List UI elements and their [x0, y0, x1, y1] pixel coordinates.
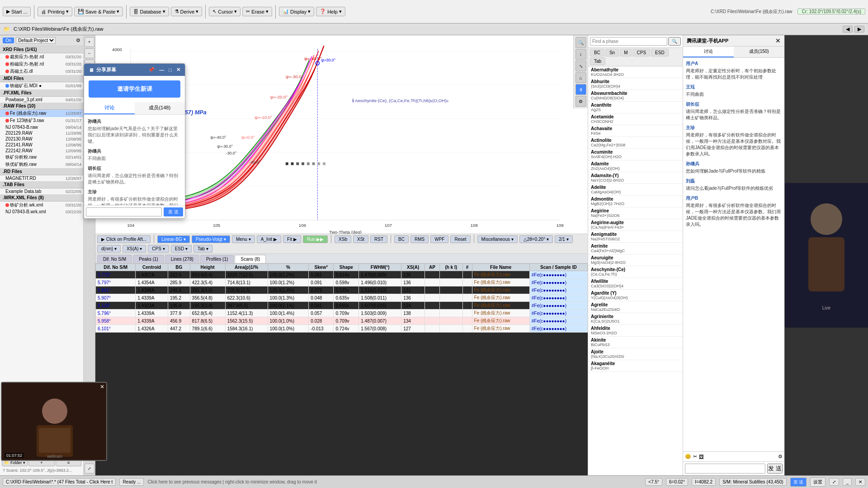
help-button[interactable]: ❓ Help ▾: [316, 7, 345, 16]
data-table-container[interactable]: Dif. No S/M Centroid BG Height Area(p)1/…: [95, 263, 588, 475]
mineral-item[interactable]: Adamsite-(Y) NaY(CO3)2·6H2O: [588, 172, 683, 184]
popup-pin-btn[interactable]: 📌: [148, 67, 155, 73]
chart-arrow-btn[interactable]: ↕: [576, 49, 586, 60]
zoom-in-btn[interactable]: +: [85, 37, 94, 47]
col-header-height[interactable]: Height: [190, 264, 225, 271]
status-send-btn[interactable]: 发 送: [790, 478, 807, 487]
status-expand-btn[interactable]: ⤢: [829, 478, 839, 486]
xst-btn[interactable]: XSt: [353, 235, 368, 243]
chart-settings-btn[interactable]: ⚙: [576, 96, 586, 107]
file-group-mdi[interactable]: .MDI Files: [0, 75, 83, 82]
mineral-item[interactable]: Ajoite (Na,K)3Cu20Al3Si: [588, 348, 683, 360]
tab-m[interactable]: M: [620, 49, 632, 56]
col-header-ap[interactable]: AP: [425, 264, 440, 271]
file-item[interactable]: 铁磁矿石.MDI ●01/01/99: [0, 82, 83, 89]
ratio-btn[interactable]: 2/1 ▾: [555, 235, 573, 243]
col-header-scan-sample[interactable]: Scan / Sample ID: [529, 264, 587, 271]
col-header-bg[interactable]: BG: [168, 264, 190, 271]
tab-scans[interactable]: Scans (8): [235, 255, 266, 263]
col-header-pct[interactable]: %: [268, 264, 309, 271]
file-item[interactable]: Z22141.RAW12/08/95: [0, 142, 83, 148]
popup-tab-discuss[interactable]: 讨论: [84, 102, 135, 114]
col-header-filename[interactable]: File Name: [472, 264, 529, 271]
chart-zoom-btn[interactable]: 🔍: [576, 37, 586, 48]
xsb-btn[interactable]: XSb: [335, 235, 351, 243]
chat-send-btn[interactable]: 发 送: [767, 464, 783, 474]
file-item[interactable]: Fe 123铁矿3.raw01/31/17: [0, 117, 83, 124]
col-header-dif[interactable]: Dif. No S/M: [96, 264, 136, 271]
cursor-button[interactable]: ↖ Cursor ▾: [209, 7, 241, 16]
rst-btn[interactable]: RST: [370, 235, 387, 243]
find-phase-btn[interactable]: 🔍: [668, 37, 681, 46]
col-header-fwhm[interactable]: FWHM(°): [359, 264, 401, 271]
file-item[interactable]: 高磁土石.dl03/31/20: [0, 68, 83, 75]
mineral-item[interactable]: Acanthite Ag2S: [588, 102, 683, 113]
expand-btn[interactable]: ⤢: [85, 464, 94, 474]
mineral-item[interactable]: Abhurite (Sn3)2Cl3(OH)4: [588, 78, 683, 90]
mineral-item[interactable]: Agrelite NaCa2Eu2Si4O: [588, 301, 683, 313]
mineral-item[interactable]: Aerinite Ca4(Fe3+Al2)MgC: [588, 243, 683, 254]
chat-input[interactable]: [685, 464, 765, 474]
mineral-item[interactable]: Achavaite FeSe: [588, 125, 683, 137]
file-item[interactable]: Z02130.RAW12/08/95: [0, 136, 83, 142]
printing-button[interactable]: 🖨 Printing ▾: [38, 7, 72, 16]
table-row[interactable]: 6.101° 1.4326A 447.2 789.1(6.6) 1584.3(1…: [96, 325, 588, 333]
chart-pause-btn[interactable]: ⏸: [576, 84, 586, 95]
a-init-btn[interactable]: A_Init ▶: [257, 235, 281, 243]
database-button[interactable]: 🗄 Database ▾: [130, 7, 169, 16]
d2theta-btn[interactable]: △2θ=0.20° ▾: [519, 235, 553, 243]
mineral-item[interactable]: Ahfeldite NiSeO3·2H2O: [588, 325, 683, 337]
tab-lines[interactable]: Lines (278): [165, 255, 199, 263]
mineral-item[interactable]: Adamite Zn2(AsO4)(OH): [588, 160, 683, 172]
rms-btn[interactable]: RMS: [410, 235, 429, 243]
popup-tab-members[interactable]: 成员(148): [135, 102, 185, 114]
chart-home-btn[interactable]: ⌂: [576, 72, 586, 83]
file-item[interactable]: 裁剪应力-热射.rd03/31/20: [0, 53, 83, 61]
file-group-xrd[interactable]: XRD Files (1/41): [0, 46, 83, 53]
webcam-close-btn[interactable]: ✕: [100, 384, 104, 390]
project-select[interactable]: Default Project: [16, 37, 56, 44]
find-phase-input[interactable]: [590, 37, 667, 46]
file-item[interactable]: MAGNETIT.RD12/26/97: [0, 175, 83, 181]
cps-btn[interactable]: CPS ▾: [148, 245, 169, 253]
table-row[interactable]: 5.796° 1.4339A 377.9 652.8(5.4) 1152.4(1…: [96, 310, 588, 317]
prev-file-btn[interactable]: ◀: [843, 26, 853, 33]
zoom-out-btn[interactable]: −: [85, 48, 94, 58]
file-item[interactable]: 铁矿分析.wk.xml03/31/20: [0, 202, 83, 209]
col-header-hkl[interactable]: (h k l): [439, 264, 462, 271]
tab-peaks[interactable]: Peaks (1): [133, 255, 164, 263]
chart-expand-btn[interactable]: ⤡: [576, 61, 586, 71]
file-item[interactable]: Z22142.RAW12/09/95: [0, 148, 83, 154]
wpf-btn[interactable]: WPF: [430, 235, 448, 243]
file-group-tab[interactable]: .TAB Files: [0, 181, 83, 188]
sidebar-config-btn[interactable]: ⚙: [76, 38, 80, 43]
table-row[interactable]: 6.126° 1.4323A 135.0 195.3(3.4) 397.9(5.…: [96, 302, 588, 310]
col-header-skew[interactable]: Skew°: [309, 264, 334, 271]
mineral-item[interactable]: Acuminite SrAlF4(OH)·H2O: [588, 149, 683, 160]
status-path[interactable]: C:\XRD Files\Webinar\*.* (47 Files Total…: [3, 478, 116, 486]
file-group-wrkxml[interactable]: .WRK.XML Files (8): [0, 194, 83, 202]
erase-button[interactable]: ✂ Erase ▾: [242, 7, 272, 16]
linear-bg-btn[interactable]: Linear-BG ▾: [157, 235, 189, 243]
mineral-item[interactable]: Admontite MgB2(OH)2·7H2O: [588, 196, 683, 207]
tab-profiles[interactable]: Profiles (1): [200, 255, 234, 263]
table-row[interactable]: 5.958° 1.4339A 456.9 817.8(6.5) 1562.3(1…: [96, 317, 588, 325]
mineral-item[interactable]: Acetamide CH3CONH2: [588, 113, 683, 125]
d-btn[interactable]: d(nm) ▾: [97, 245, 121, 253]
emoji-btn[interactable]: 😊: [685, 454, 691, 460]
table-row[interactable]: 5.775° 1.4357A 322.5 553.6(5.4) 1026.7(1…: [96, 271, 588, 279]
tab-btn[interactable]: Tab ▾: [193, 245, 212, 253]
mineral-item[interactable]: Akaganéite β-FeOOH: [588, 360, 683, 372]
tab-sn[interactable]: Sn: [605, 49, 619, 56]
chat-img-btn[interactable]: 🖼: [699, 454, 704, 460]
popup-min-btn[interactable]: —: [159, 67, 164, 73]
col-header-centroid[interactable]: Centroid: [136, 264, 168, 271]
popup-input[interactable]: [86, 207, 162, 216]
file-item[interactable]: 粉磁应力-热射.rd03/31/20: [0, 61, 83, 68]
derive-button[interactable]: ⚗ Derive ▾: [171, 7, 203, 16]
mineral-item[interactable]: Afwillite Ca3(SiO3)2(OH)4: [588, 278, 683, 290]
tab-dif[interactable]: Dif. No S/M: [97, 255, 132, 263]
fit-btn[interactable]: Fit ▶: [283, 235, 301, 243]
file-item[interactable]: NJ 07843-B.raw09/04/14: [0, 124, 83, 130]
save-paste-button[interactable]: 💾 Save & Paste ▾: [74, 7, 123, 16]
